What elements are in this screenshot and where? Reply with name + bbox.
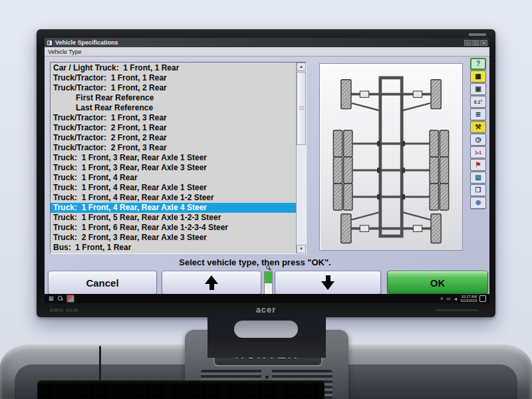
scrollbar-down-arrow-icon[interactable]: ▼: [297, 245, 306, 253]
express-align-icon[interactable]: ⚑: [470, 159, 486, 171]
vehicle-type-listbox: Car / Light Truck: 1 Front, 1 RearTruck/…: [50, 62, 307, 254]
up-arrow-icon: [205, 275, 218, 290]
window-switch-icon[interactable]: ❒: [470, 184, 486, 196]
list-item[interactable]: Truck/Tractor: 1 Front, 3 Rear: [51, 113, 296, 123]
ok-button-label: OK: [430, 277, 446, 289]
acer-logo: acer: [256, 305, 277, 315]
timer-icon[interactable]: ◷: [470, 134, 486, 146]
window-titlebar[interactable]: Vehicle Specifications – □ ×: [45, 38, 489, 47]
minimize-button[interactable]: –: [464, 40, 471, 46]
notification-center-icon[interactable]: [479, 295, 486, 302]
monitor-model-label: DRO 4CN: [50, 307, 78, 313]
keyboard[interactable]: [37, 380, 325, 399]
scrollbar-up-arrow-icon[interactable]: ▲: [297, 63, 306, 71]
screw-icon: [265, 376, 269, 379]
scrollbar-thumb[interactable]: [297, 72, 306, 145]
system-tray: ∧ ▭ ◄ 10:17 AM 5/23/2019: [440, 295, 489, 303]
taskbar-clock[interactable]: 10:17 AM 5/23/2019: [461, 295, 477, 303]
taskbar-search-icon[interactable]: [58, 296, 63, 301]
taskbar: ⊞ ∧ ▭ ◄ 10:17 AM 5/23/2019: [45, 294, 489, 303]
list-item[interactable]: Truck: 1 Front, 3 Rear, Rear Axle 3 Stee…: [51, 163, 296, 173]
power-led[interactable]: [436, 309, 478, 311]
window-title: Vehicle Specifications: [55, 39, 464, 46]
spec-book-icon[interactable]: ≣: [470, 108, 486, 120]
scroll-up-button[interactable]: [162, 271, 261, 295]
print-icon[interactable]: ▤: [470, 172, 486, 184]
mount-handle-hole: [234, 321, 298, 338]
list-item[interactable]: Truck: 1 Front, 3 Rear, Rear Axle 1 Stee…: [51, 153, 296, 163]
tray-volume-icon[interactable]: ◄: [454, 297, 458, 301]
screen: Vehicle Specifications – □ × Vehicle Typ…: [45, 38, 489, 303]
scrollbar-grip-icon: [299, 106, 304, 110]
list-item[interactable]: Truck/Tractor: 2 Front, 1 Rear: [51, 123, 296, 133]
list-item[interactable]: Truck: 1 Front, 4 Rear: [51, 173, 296, 183]
help-icon[interactable]: ?: [470, 58, 486, 70]
list-item[interactable]: First Rear Reference: [51, 93, 296, 103]
tools-icon[interactable]: ⚒: [470, 121, 486, 133]
specifications-icon[interactable]: ▦: [470, 70, 486, 82]
tray-caret-icon[interactable]: ∧: [440, 296, 444, 301]
list-item[interactable]: Bus: 1 Front, 1 Rear: [51, 243, 296, 253]
close-button[interactable]: ×: [480, 40, 487, 46]
magnifier-icon: [265, 265, 271, 271]
list-item[interactable]: Truck/Tractor: 1 Front, 1 Rear: [51, 73, 296, 83]
tray-display-icon[interactable]: ▭: [446, 296, 451, 301]
list-item[interactable]: Truck: 1 Front, 4 Rear, Rear Axle 1 Stee…: [51, 183, 296, 193]
monitor: DRO 4CN acer Vehicle Specifications – □ …: [37, 29, 495, 317]
scroll-down-button[interactable]: [275, 271, 381, 295]
icon-toolbar: ?▦▣0.1°≣⚒◷1•1⚑▤❒⊕: [468, 58, 488, 209]
list-scrollbar[interactable]: ▲ ▼: [296, 63, 306, 253]
globe-icon[interactable]: ⊕: [470, 197, 486, 209]
list-item[interactable]: Truck: 1 Front, 5 Rear, Rear Axle 1-2-3 …: [51, 213, 296, 223]
list-item[interactable]: Truck: 2 Front, 3 Rear, Rear Axle 3 Stee…: [51, 233, 296, 243]
list-item-selected[interactable]: Truck: 1 Front, 4 Rear, Rear Axle 4 Stee…: [51, 203, 296, 213]
list-item[interactable]: Truck/Tractor: 2 Front, 3 Rear: [51, 143, 296, 153]
app-icon: [47, 40, 53, 46]
list-item[interactable]: Last Rear Reference: [51, 103, 296, 113]
window-menubar: Vehicle Type: [45, 47, 489, 57]
vehicle-diagram-svg: [325, 68, 458, 245]
menu-vehicle-type[interactable]: Vehicle Type: [48, 49, 82, 55]
zoom-indicator: [264, 265, 273, 296]
antenna: [99, 346, 101, 384]
rolling-compensation-icon[interactable]: 1•1: [470, 146, 486, 158]
cancel-button-label: Cancel: [86, 277, 118, 289]
taskbar-app-icon[interactable]: [67, 295, 74, 302]
display-icon[interactable]: ▣: [470, 83, 486, 95]
list-item[interactable]: Truck/Tractor: 2 Front, 2 Rear: [51, 133, 296, 143]
ok-button[interactable]: OK: [387, 271, 488, 295]
instruction-text: Select vehicle type, then press "OK".: [45, 257, 466, 267]
level-indicator-fill: [265, 272, 272, 283]
down-arrow-icon: [321, 275, 334, 290]
vehicle-diagram-panel: [319, 63, 463, 251]
list-item[interactable]: Truck: 1 Front, 6 Rear, Rear Axle 1-2-3-…: [51, 223, 296, 233]
start-button-icon[interactable]: ⊞: [49, 294, 54, 303]
main-area: Car / Light Truck: 1 Front, 1 RearTruck/…: [45, 57, 489, 295]
clock-date: 5/23/2019: [461, 299, 477, 303]
workstation-scene: HUNTER DRO 4CN acer Vehicle Specificatio…: [0, 0, 532, 399]
cancel-button[interactable]: Cancel: [48, 271, 157, 295]
level-indicator: [264, 271, 273, 295]
maximize-button[interactable]: □: [472, 40, 479, 46]
list-item[interactable]: Truck: 1 Front, 4 Rear, Rear Axle 1-2 St…: [51, 193, 296, 203]
vehicle-type-list: Car / Light Truck: 1 Front, 1 RearTruck/…: [51, 63, 296, 253]
bezel-sticker: [469, 33, 486, 36]
list-item[interactable]: Car / Light Truck: 1 Front, 1 Rear: [51, 63, 296, 73]
list-item[interactable]: Truck/Tractor: 1 Front, 2 Rear: [51, 83, 296, 93]
chassis-frame: [380, 78, 402, 236]
units-icon[interactable]: 0.1°: [470, 96, 486, 108]
